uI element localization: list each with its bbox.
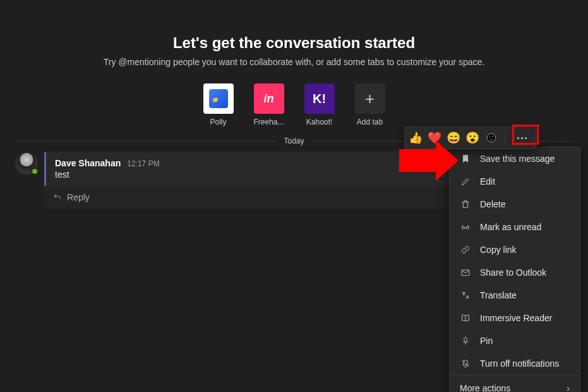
menu-immersive-reader[interactable]: Immersive Reader xyxy=(450,307,580,329)
tab-tiles: Polly in Freeha... K! Kahoot! + Add tab xyxy=(0,83,588,126)
mail-icon xyxy=(460,267,471,278)
welcome-header: Let's get the conversation started Try @… xyxy=(0,0,588,126)
menu-translate[interactable]: Translate xyxy=(450,284,580,307)
menu-edit[interactable]: Edit xyxy=(450,170,580,193)
menu-delete[interactable]: Delete xyxy=(450,193,580,216)
bell-off-icon xyxy=(460,358,471,369)
presence-indicator xyxy=(31,168,39,175)
menu-copy-link[interactable]: Copy link xyxy=(450,238,580,261)
page-title: Let's get the conversation started xyxy=(0,34,588,52)
svg-point-1 xyxy=(489,137,491,138)
tile-label: Polly xyxy=(210,118,226,126)
menu-label: Delete xyxy=(480,199,505,209)
menu-more-actions[interactable]: More actions › xyxy=(450,376,580,392)
menu-mark-unread[interactable]: Mark as unread xyxy=(450,216,580,238)
reaction-heart[interactable]: ❤️ xyxy=(428,131,441,145)
tab-polly[interactable]: Polly xyxy=(198,83,239,126)
page-subtitle: Try @mentioning people you want to colla… xyxy=(0,57,588,67)
kahoot-icon: K! xyxy=(304,83,335,114)
menu-label: Translate xyxy=(480,290,517,300)
trash-icon xyxy=(460,199,471,210)
add-tab-button[interactable]: + Add tab xyxy=(350,83,390,126)
link-icon xyxy=(460,244,471,255)
translate-icon xyxy=(460,290,471,301)
bookmark-icon xyxy=(460,153,471,164)
menu-label: Share to Outlook xyxy=(480,267,546,278)
reaction-toolbar: 👍 ❤️ 😄 😮 xyxy=(404,126,536,149)
tile-label: Freeha... xyxy=(253,118,284,126)
menu-label: Pin xyxy=(480,336,493,346)
message-context-menu: Save this message Edit Delete Mark as un… xyxy=(449,147,580,392)
menu-share-outlook[interactable]: Share to Outlook xyxy=(450,261,580,284)
tile-label: Add tab xyxy=(357,118,383,126)
menu-pin[interactable]: Pin xyxy=(450,329,580,352)
glasses-icon xyxy=(460,221,471,233)
menu-label: Save this message xyxy=(480,154,555,164)
sticker-icon[interactable] xyxy=(484,131,498,145)
menu-label: More actions xyxy=(460,383,510,392)
reaction-laugh[interactable]: 😄 xyxy=(447,131,460,145)
pin-icon xyxy=(460,335,471,346)
reply-icon xyxy=(53,193,62,202)
chevron-right-icon: › xyxy=(567,383,570,392)
svg-point-2 xyxy=(493,137,494,138)
menu-turn-off-notifications[interactable]: Turn off notifications xyxy=(450,352,580,375)
message-author: Dave Shanahan xyxy=(55,158,121,168)
svg-point-0 xyxy=(487,133,496,142)
reaction-like[interactable]: 👍 xyxy=(409,131,423,145)
menu-label: Immersive Reader xyxy=(480,313,552,323)
tab-freehand[interactable]: in Freeha... xyxy=(249,83,289,126)
plus-icon: + xyxy=(355,83,385,114)
polly-icon xyxy=(203,83,234,114)
reply-label: Reply xyxy=(67,192,90,202)
tile-label: Kahoot! xyxy=(306,118,332,126)
menu-label: Copy link xyxy=(480,245,517,255)
avatar[interactable] xyxy=(15,152,38,175)
more-actions-button[interactable] xyxy=(515,131,529,145)
reaction-surprised[interactable]: 😮 xyxy=(465,131,479,145)
freehand-icon: in xyxy=(254,83,284,114)
menu-label: Edit xyxy=(480,176,495,187)
tab-kahoot[interactable]: K! Kahoot! xyxy=(299,83,340,126)
pencil-icon xyxy=(460,176,471,187)
book-icon xyxy=(460,312,471,324)
menu-label: Turn off notifications xyxy=(480,358,559,369)
date-label: Today xyxy=(276,137,311,145)
message-timestamp: 12:17 PM xyxy=(127,159,159,168)
menu-label: Mark as unread xyxy=(480,222,541,232)
menu-save-message[interactable]: Save this message xyxy=(450,147,580,170)
